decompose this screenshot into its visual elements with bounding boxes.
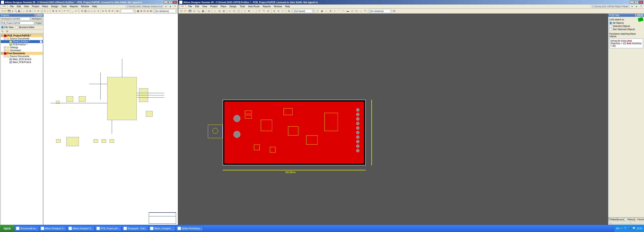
browse-icon[interactable]: ⊞ (116, 9, 119, 13)
rules-icon[interactable]: ✓ (281, 9, 285, 13)
builder-button[interactable]: Builder (617, 218, 624, 221)
panel-drop-icon[interactable]: ▾ (38, 14, 40, 16)
deselect-icon[interactable]: ⊘ (55, 9, 58, 13)
start-button[interactable]: пуск (0, 225, 14, 232)
grid3-icon[interactable]: ⊡ (143, 9, 146, 13)
taskbtn-4[interactable]: Входящие - Outl... (122, 226, 148, 231)
tray-icon[interactable]: 🔊 (620, 227, 623, 230)
left-docpath[interactable]: C:\Orion\LOGIC-U\Sheet1.SchDoc?Lef (126, 5, 163, 8)
zoom-fit-icon[interactable]: ⊡ (26, 9, 28, 13)
cut-icon[interactable]: ✂ (228, 9, 232, 13)
tray-icon[interactable]: 🔌 (628, 227, 632, 230)
string-icon[interactable]: A (328, 9, 332, 13)
arc2-icon[interactable]: ◠ (342, 9, 346, 13)
menu-file[interactable]: File (9, 5, 15, 8)
paste-icon[interactable]: 📋 (236, 9, 240, 13)
menu-tools[interactable]: Tools (238, 5, 246, 8)
grid5-icon[interactable]: ⊠ (149, 9, 152, 13)
menu-window[interactable]: Window (272, 5, 284, 8)
undo-icon[interactable]: ↶ (257, 9, 262, 13)
busentry-icon[interactable]: ╲ (78, 9, 80, 13)
cancel-icon[interactable]: ✕ (266, 9, 270, 13)
menu-window[interactable]: Window (80, 5, 91, 8)
dxp-logo[interactable]: DXP (1, 5, 7, 8)
tray-icon[interactable]: 💬 (632, 227, 636, 230)
more-icon[interactable]: ⋯ (251, 9, 255, 13)
via-icon[interactable]: ◉ (320, 9, 324, 13)
maximize-button[interactable]: □ (634, 1, 638, 4)
menu-autoroute[interactable]: Auto Route (247, 5, 261, 8)
allobjects-radio[interactable]: All Objects (609, 21, 643, 24)
taskbtn-5[interactable]: Altium_Designer_... (148, 226, 176, 231)
grid2-icon[interactable]: ⊞ (140, 9, 143, 13)
route-icon[interactable]: ╱ (316, 9, 320, 13)
units-dropdown[interactable] (121, 9, 134, 13)
cut-icon[interactable]: ✂ (34, 9, 37, 13)
rubber-icon[interactable]: ⦾ (44, 9, 46, 13)
preview-icon[interactable]: 🔍 (14, 9, 17, 13)
print-icon[interactable]: ⎙ (11, 9, 14, 13)
annotate-icon[interactable]: A (108, 9, 111, 13)
taskbtn-0[interactable]: Логический ан... (14, 226, 39, 231)
grid1-icon[interactable]: ▦ (136, 9, 140, 13)
workspace-icon[interactable]: ▦ (18, 9, 20, 13)
menu-help[interactable]: Help (91, 5, 98, 8)
taskbtn-6[interactable]: Adobe Photoshop... (176, 226, 203, 231)
menu-edit[interactable]: Edit (16, 5, 22, 8)
browse-icon[interactable]: ⊞ (287, 9, 291, 13)
schematic-canvas[interactable] (44, 13, 178, 226)
zoom-area-icon[interactable]: ⌕ (213, 9, 217, 13)
project-input[interactable] (0, 21, 34, 25)
menu-reports[interactable]: Reports (68, 5, 79, 8)
place-comp-icon[interactable]: ⊡ (207, 9, 211, 13)
panel-close-icon[interactable]: × (40, 14, 42, 16)
tree-opts-icon[interactable]: ⚙ (5, 29, 9, 33)
preview-icon[interactable]: 🔍 (196, 9, 200, 13)
redo-icon[interactable]: ↷ (66, 9, 69, 13)
menu-place[interactable]: Place (219, 5, 228, 8)
crossprobe-icon[interactable]: ⊕ (102, 9, 104, 13)
tree-srcdocs[interactable]: −Source Documents (1, 37, 43, 40)
undo-icon[interactable]: ↶ (63, 9, 66, 13)
minimize-button[interactable]: _ (630, 1, 634, 4)
taskbtn-3[interactable]: PCB_Project.pdf ... (95, 226, 122, 231)
variations-dropdown[interactable]: [No Variations] (154, 9, 177, 13)
project-tree[interactable]: −PCB_Project.PrjPCB * −Source Documents … (0, 34, 43, 228)
right-docpath[interactable]: C:\Orion\LOGIC-U\PCB.PcbDoc?ViewN (591, 5, 630, 8)
region-icon[interactable]: ▭ (350, 9, 354, 13)
taskbtn-2[interactable]: Altium Designer S... (67, 226, 94, 231)
tree-generated[interactable]: +Generated (1, 49, 43, 52)
docpath-go-icon[interactable]: ● (634, 4, 638, 9)
tree-sheet1[interactable]: Sheet1.SchDoc *📄 (1, 40, 43, 43)
select-icon[interactable]: ⬚ (48, 9, 51, 13)
new-icon[interactable]: ▢ (1, 9, 4, 13)
docpath-help-icon[interactable]: ? (639, 4, 643, 9)
save-icon[interactable]: 💾 (188, 9, 192, 13)
menu-design[interactable]: Design (228, 5, 238, 8)
zoom-area-icon[interactable]: ⌕ (22, 9, 26, 13)
zoom-sel-icon[interactable]: ⊞ (222, 9, 226, 13)
menu-view[interactable]: View (22, 5, 30, 8)
maximize-button[interactable]: □ (168, 1, 172, 4)
close-button[interactable]: × (173, 1, 177, 4)
workspace-icon[interactable]: ▦ (201, 9, 205, 13)
menu-help[interactable]: Help (284, 5, 291, 8)
port-icon[interactable]: ▷ (93, 9, 96, 13)
grid4-icon[interactable]: ⊟ (146, 9, 149, 13)
close-button[interactable]: × (639, 1, 643, 4)
noerr-icon[interactable]: ✕ (96, 9, 100, 13)
docpath-help-icon[interactable]: ? (173, 4, 177, 9)
clock[interactable]: 13:24 (636, 227, 642, 230)
notsaved-dropdown[interactable]: (Not Saved) (293, 9, 314, 13)
taskbtn-1[interactable]: Altium Designer S... (39, 226, 66, 231)
fileview-radio[interactable]: File View (1, 26, 14, 29)
updpcb-icon[interactable]: ↻ (105, 9, 108, 13)
cancel-icon[interactable]: ✕ (111, 9, 114, 13)
save-icon[interactable]: 💾 (8, 9, 11, 13)
lang-indicator[interactable]: EN (616, 227, 619, 230)
netlabel-icon[interactable]: N (81, 9, 84, 13)
selobjects-radio[interactable]: Selected Objects (609, 25, 643, 28)
menu-view[interactable]: View (201, 5, 208, 8)
line-icon[interactable]: / (333, 9, 337, 13)
menu-project[interactable]: Project (209, 5, 219, 8)
